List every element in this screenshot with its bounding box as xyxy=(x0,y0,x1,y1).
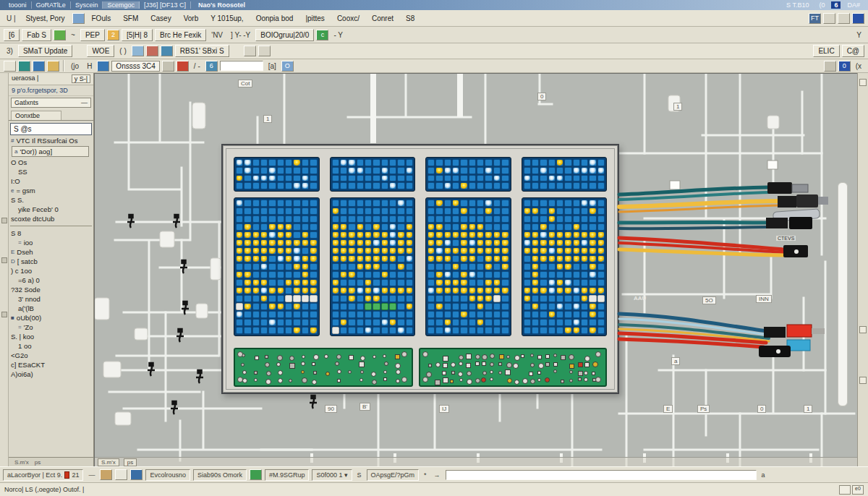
tool-icon[interactable] xyxy=(244,46,256,56)
tool-icon[interactable] xyxy=(132,46,144,56)
menu-item[interactable]: Conret xyxy=(367,13,399,24)
tree-item[interactable]: a('(lB xyxy=(9,304,93,313)
io-module[interactable] xyxy=(234,157,320,192)
vertical-scrollbar[interactable] xyxy=(838,182,848,406)
status-icon[interactable] xyxy=(130,469,142,480)
io-module[interactable] xyxy=(425,157,511,192)
tree-item[interactable]: S S. xyxy=(9,195,93,205)
tool-icon[interactable] xyxy=(161,46,173,56)
tree-item[interactable]: #VTC Il RSsurfcai Os xyxy=(9,136,93,145)
schematic-canvas[interactable]: Cot1090B'IJAAU5OINNaEPs011 CTEVS S.m'x p… xyxy=(94,73,857,466)
tree-item[interactable]: ■oUb(00) xyxy=(9,313,93,322)
toolbar-input[interactable] xyxy=(220,61,263,71)
canvas-strip-box[interactable]: S.m'x xyxy=(98,458,119,466)
tool-icon[interactable] xyxy=(97,61,109,72)
6-icon[interactable]: 6 xyxy=(205,61,218,72)
sidebar-header-button[interactable]: y S-| xyxy=(72,74,90,83)
device-panel[interactable] xyxy=(221,144,619,394)
canvas-strip-box2[interactable]: ps xyxy=(124,458,137,466)
rail-marker[interactable] xyxy=(1,218,7,223)
tool-icon[interactable] xyxy=(838,13,850,24)
menu-item[interactable]: SFM xyxy=(118,13,143,24)
tool-icon[interactable] xyxy=(33,61,45,72)
tree-item[interactable]: ) c 1oo xyxy=(9,266,93,275)
tree-item[interactable]: <G2o xyxy=(9,351,93,360)
toolbar-button[interactable]: WOE xyxy=(87,45,114,57)
toolbar-button[interactable]: [5|H| 8 xyxy=(122,29,153,41)
toolbar-button[interactable]: SMaT Update xyxy=(18,45,73,57)
sidebar-tab[interactable]: Oonxtbe xyxy=(11,111,61,120)
o-icon[interactable]: O xyxy=(281,61,294,72)
status-input[interactable] xyxy=(446,470,757,480)
gutter-marker[interactable] xyxy=(859,326,867,333)
corner-button-a[interactable] xyxy=(839,485,851,495)
tree-item[interactable]: 3' nnod xyxy=(9,294,93,304)
menu-item[interactable]: Cooxc/ xyxy=(332,13,365,24)
tool-icon[interactable] xyxy=(162,61,174,72)
tree-item[interactable]: a'Dor)) aog] xyxy=(12,146,89,157)
menu-item[interactable]: Styest, Pory xyxy=(21,13,70,24)
rail-marker[interactable] xyxy=(1,312,7,317)
toolbar-button[interactable]: [6 xyxy=(4,29,20,41)
io-module[interactable] xyxy=(522,157,608,192)
0-icon[interactable]: 0 xyxy=(838,61,851,72)
toolbar-button[interactable]: Fab S xyxy=(22,29,51,41)
toolbar-box[interactable]: Onssss 3C4 xyxy=(111,61,159,72)
tree-item[interactable]: scoxte dtcUub xyxy=(9,214,93,223)
io-module[interactable] xyxy=(522,197,608,336)
status-icon[interactable] xyxy=(115,469,127,480)
sidebar-dropdown[interactable]: Gatlxnts — xyxy=(11,98,91,108)
tool-icon[interactable] xyxy=(47,61,59,72)
gutter-marker[interactable] xyxy=(859,79,867,86)
status-icon[interactable] xyxy=(250,469,262,480)
io-module[interactable] xyxy=(330,197,416,336)
ft-icon[interactable]: FT xyxy=(809,13,821,24)
toolbar-button[interactable]: RBS1' SBxi S xyxy=(175,45,229,57)
menu-item[interactable]: |pittes xyxy=(300,13,330,24)
tool-icon[interactable] xyxy=(824,61,836,72)
tree-item[interactable]: ?32 Sode xyxy=(9,285,93,294)
menu-item[interactable]: Vorb xyxy=(179,13,204,24)
io-module[interactable] xyxy=(425,197,511,336)
tree-item[interactable]: S 8 xyxy=(9,228,93,238)
tree-item[interactable]: D[ satcb xyxy=(9,257,93,266)
tree-item[interactable]: O Os xyxy=(9,158,93,167)
toolbar-button[interactable]: ELIC xyxy=(813,45,839,57)
toolbar-button[interactable]: PEP xyxy=(80,29,105,41)
gutter-marker[interactable] xyxy=(859,377,867,384)
rail-marker[interactable] xyxy=(1,257,7,263)
tool-icon[interactable] xyxy=(146,46,158,56)
menu-item[interactable]: Y 1015up, xyxy=(205,13,248,24)
tool-icon[interactable] xyxy=(18,61,30,72)
io-module[interactable] xyxy=(234,197,320,336)
menu-item[interactable]: FOuls xyxy=(87,13,116,24)
tool-icon[interactable] xyxy=(852,13,864,24)
tree-item[interactable]: yike Feceb' 0 xyxy=(9,205,93,214)
2-icon[interactable]: 2 xyxy=(107,30,119,40)
tree-item[interactable]: c] ESaCKT xyxy=(9,360,93,369)
tree-item[interactable]: EDseh xyxy=(9,247,93,257)
tool-icon[interactable] xyxy=(72,13,85,24)
tool-icon[interactable] xyxy=(176,61,189,72)
toolbar-button[interactable]: BOIOgruu|20/0 xyxy=(255,29,314,41)
menu-item[interactable]: Oonpia bod xyxy=(251,13,299,24)
toolbar-button[interactable]: Brc He Fexik xyxy=(155,29,206,41)
menu-item[interactable]: S8 xyxy=(401,13,420,24)
menu-item[interactable]: Casey xyxy=(145,13,176,24)
tree-item-selected[interactable]: S @s xyxy=(10,123,92,135)
tool-icon[interactable] xyxy=(54,30,66,40)
io-module[interactable] xyxy=(330,157,416,192)
tree-item[interactable]: SS xyxy=(9,167,93,176)
tree-item[interactable]: S. | koo xyxy=(9,332,93,341)
tree-item[interactable]: A)oi6a) xyxy=(9,369,93,379)
tree-item[interactable]: ='Zo xyxy=(9,322,93,332)
status-icon[interactable] xyxy=(100,469,112,480)
toolbar-button[interactable]: C@ xyxy=(842,45,864,57)
tree-item[interactable]: I:O xyxy=(9,176,93,186)
tool-icon[interactable] xyxy=(258,46,271,56)
c-icon[interactable]: c xyxy=(316,30,328,40)
tree-item[interactable]: 1 oo xyxy=(9,341,93,351)
tool-icon[interactable] xyxy=(4,61,16,72)
tool-icon[interactable] xyxy=(823,13,835,24)
tree-item[interactable]: =ioo xyxy=(9,238,93,247)
